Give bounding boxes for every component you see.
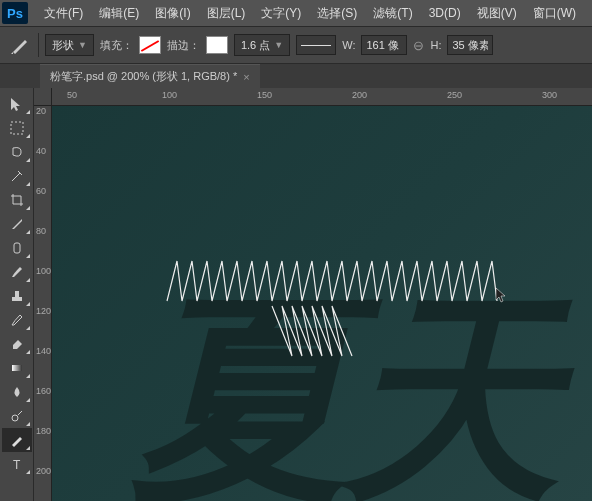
height-label: H: <box>430 39 441 51</box>
stroke-width-input[interactable]: 1.6 点 ▼ <box>234 34 290 56</box>
svg-text:T: T <box>13 458 21 471</box>
stroke-label: 描边： <box>167 38 200 53</box>
blur-tool[interactable] <box>2 380 32 404</box>
ruler-tick: 100 <box>36 266 51 276</box>
ruler-tick: 200 <box>352 90 367 100</box>
ruler-tick: 250 <box>447 90 462 100</box>
ruler-tick: 150 <box>257 90 272 100</box>
horizontal-ruler[interactable]: 50100150200250300 <box>52 88 592 106</box>
move-tool[interactable] <box>2 92 32 116</box>
options-bar: 形状 ▼ 填充： 描边： 1.6 点 ▼ W: ⊖ H: <box>0 26 592 64</box>
ruler-tick: 80 <box>36 226 46 236</box>
magic-wand-tool[interactable] <box>2 164 32 188</box>
separator <box>38 33 39 57</box>
pen-tool[interactable] <box>2 428 32 452</box>
ruler-tick: 300 <box>542 90 557 100</box>
app-logo: Ps <box>2 2 28 24</box>
ruler-tick: 100 <box>162 90 177 100</box>
crop-tool[interactable] <box>2 188 32 212</box>
history-brush-tool[interactable] <box>2 308 32 332</box>
document-tab[interactable]: 粉笔字.psd @ 200% (形状 1, RGB/8) * × <box>40 64 260 88</box>
width-label: W: <box>342 39 355 51</box>
pen-tool-icon[interactable] <box>8 33 32 57</box>
ruler-tick: 140 <box>36 346 51 356</box>
menu-view[interactable]: 视图(V) <box>469 1 525 26</box>
menu-bar: Ps 文件(F) 编辑(E) 图像(I) 图层(L) 文字(Y) 选择(S) 滤… <box>0 0 592 26</box>
menu-filter[interactable]: 滤镜(T) <box>365 1 420 26</box>
chevron-down-icon: ▼ <box>274 40 283 50</box>
menu-image[interactable]: 图像(I) <box>147 1 198 26</box>
menu-file[interactable]: 文件(F) <box>36 1 91 26</box>
brush-tool[interactable] <box>2 260 32 284</box>
ruler-corner <box>34 88 52 106</box>
tool-mode-value: 形状 <box>52 38 74 53</box>
svg-point-3 <box>12 415 18 421</box>
eraser-tool[interactable] <box>2 332 32 356</box>
menu-select[interactable]: 选择(S) <box>309 1 365 26</box>
menu-window[interactable]: 窗口(W) <box>525 1 584 26</box>
vertical-ruler[interactable]: 20406080100120140160180200 <box>34 106 52 501</box>
canvas[interactable]: 夏天 <box>52 106 592 501</box>
menu-edit[interactable]: 编辑(E) <box>91 1 147 26</box>
svg-rect-0 <box>11 122 23 134</box>
document-tab-bar: 粉笔字.psd @ 200% (形状 1, RGB/8) * × <box>0 64 592 88</box>
stamp-tool[interactable] <box>2 284 32 308</box>
selected-shape-tail[interactable] <box>267 301 357 361</box>
tab-title: 粉笔字.psd @ 200% (形状 1, RGB/8) * <box>50 69 237 84</box>
tool-palette: T <box>0 88 34 501</box>
ruler-tick: 60 <box>36 186 46 196</box>
svg-rect-2 <box>12 365 22 371</box>
stroke-swatch[interactable] <box>206 36 228 54</box>
type-tool[interactable]: T <box>2 452 32 476</box>
healing-tool[interactable] <box>2 236 32 260</box>
stroke-style-dropdown[interactable] <box>296 35 336 55</box>
chevron-down-icon: ▼ <box>78 40 87 50</box>
width-input[interactable] <box>361 35 407 55</box>
svg-rect-1 <box>14 243 20 253</box>
ruler-tick: 50 <box>67 90 77 100</box>
canvas-area: 50100150200250300 2040608010012014016018… <box>34 88 592 501</box>
menu-type[interactable]: 文字(Y) <box>253 1 309 26</box>
menu-3d[interactable]: 3D(D) <box>421 2 469 24</box>
fill-swatch[interactable] <box>139 36 161 54</box>
gradient-tool[interactable] <box>2 356 32 380</box>
tab-close-button[interactable]: × <box>243 71 249 83</box>
fill-label: 填充： <box>100 38 133 53</box>
ruler-tick: 120 <box>36 306 51 316</box>
ruler-tick: 200 <box>36 466 51 476</box>
ruler-tick: 20 <box>36 106 46 116</box>
workspace: T 50100150200250300 20406080100120140160… <box>0 88 592 501</box>
lasso-tool[interactable] <box>2 140 32 164</box>
ruler-tick: 180 <box>36 426 51 436</box>
tool-mode-dropdown[interactable]: 形状 ▼ <box>45 34 94 56</box>
link-icon[interactable]: ⊖ <box>413 38 424 53</box>
ruler-tick: 160 <box>36 386 51 396</box>
dodge-tool[interactable] <box>2 404 32 428</box>
stroke-width-value: 1.6 点 <box>241 38 270 53</box>
height-input[interactable] <box>447 35 493 55</box>
menu-layer[interactable]: 图层(L) <box>199 1 254 26</box>
marquee-tool[interactable] <box>2 116 32 140</box>
eyedropper-tool[interactable] <box>2 212 32 236</box>
ruler-tick: 40 <box>36 146 46 156</box>
